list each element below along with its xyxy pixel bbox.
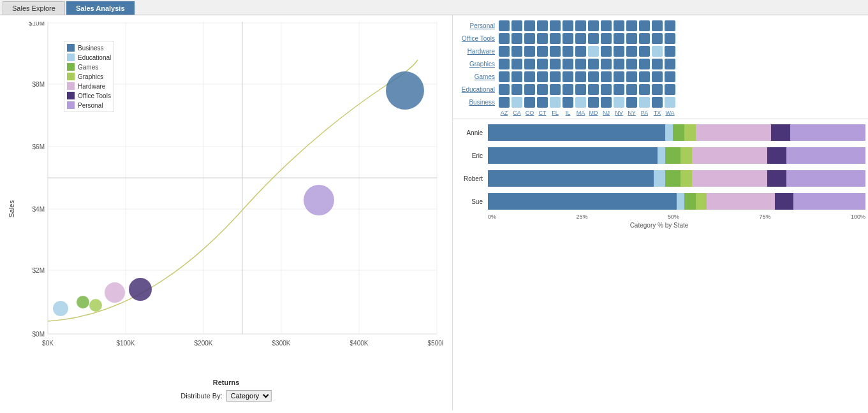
bar-row-sue: Sue	[453, 193, 865, 210]
bar-row-annie: Annie	[453, 124, 865, 141]
matrix-row-business: Business	[453, 97, 865, 108]
legend: Business Educational Games Graphics Hard…	[64, 41, 114, 112]
matrix-label-office-tools[interactable]: Office Tools	[453, 35, 499, 42]
main-content: Sales	[0, 15, 868, 410]
svg-text:$2M: $2M	[33, 267, 45, 274]
matrix-x-label-md[interactable]: MD	[588, 110, 599, 116]
scatter-panel: Sales	[0, 15, 453, 410]
matrix-x-label-pa[interactable]: PA	[639, 110, 650, 116]
legend-color-hardware	[67, 82, 75, 90]
matrix-label-business[interactable]: Business	[453, 99, 499, 106]
matrix-row-personal: Personal	[453, 20, 865, 31]
legend-item-office-tools: Office Tools	[67, 92, 111, 99]
matrix-label-educational[interactable]: Educational	[453, 86, 499, 93]
bar-x-axis: 0% 25% 50% 75% 100%	[453, 214, 865, 220]
legend-color-games	[67, 63, 75, 71]
matrix-x-label-ct[interactable]: CT	[537, 110, 548, 116]
matrix-x-label-nj[interactable]: NJ	[601, 110, 612, 116]
legend-color-graphics	[67, 73, 75, 80]
bar-charts-panel: Annie Eric	[453, 119, 868, 410]
svg-text:$6M: $6M	[33, 143, 45, 150]
svg-text:$500K: $500K	[428, 340, 443, 347]
svg-point-31	[304, 185, 334, 215]
legend-item-hardware: Hardware	[67, 82, 111, 90]
bar-row-eric: Eric	[453, 147, 865, 164]
svg-text:$0M: $0M	[33, 331, 45, 338]
matrix-row-office-tools: Office Tools	[453, 33, 865, 44]
legend-color-office-tools	[67, 92, 75, 99]
bar-eric	[488, 147, 865, 164]
distribute-by-select[interactable]: Category State Region	[226, 390, 272, 402]
matrix-x-label-ny[interactable]: NY	[626, 110, 637, 116]
bar-row-robert: Robert	[453, 170, 865, 187]
matrix-x-label-fl[interactable]: FL	[550, 110, 561, 116]
tab-bar: Sales Explore Sales Analysis	[0, 0, 868, 15]
svg-point-30	[129, 278, 152, 301]
matrix-label-hardware[interactable]: Hardware	[453, 48, 499, 55]
svg-text:$0K: $0K	[42, 340, 54, 347]
x-axis-label: Returns	[213, 379, 240, 386]
svg-point-28	[89, 299, 102, 312]
bar-label-sue: Sue	[453, 198, 488, 205]
bar-x-label-50: 50%	[668, 214, 679, 220]
bar-label-eric: Eric	[453, 152, 488, 159]
matrix-x-label-co[interactable]: CO	[524, 110, 535, 116]
matrix-x-labels: AZ CA CO CT FL IL MA MD NJ NV NY PA TX W…	[453, 110, 865, 116]
bar-sue	[488, 193, 865, 210]
matrix-x-label-ma[interactable]: MA	[575, 110, 586, 116]
matrix-row-games: Games	[453, 71, 865, 82]
matrix-row-graphics: Graphics	[453, 59, 865, 69]
app-container: Sales Explore Sales Analysis Sales	[0, 0, 868, 410]
matrix-x-label-il[interactable]: IL	[563, 110, 573, 116]
matrix-label-graphics[interactable]: Graphics	[453, 61, 499, 68]
legend-item-personal: Personal	[67, 101, 111, 109]
svg-text:$100K: $100K	[117, 340, 135, 347]
legend-item-graphics: Graphics	[67, 73, 111, 80]
svg-text:$4M: $4M	[33, 206, 45, 213]
bar-x-label-0: 0%	[488, 214, 496, 220]
matrix-x-label-wa[interactable]: WA	[665, 110, 675, 116]
bar-label-robert: Robert	[453, 175, 488, 182]
legend-color-educational	[67, 54, 75, 61]
legend-item-educational: Educational	[67, 54, 111, 61]
svg-point-26	[53, 301, 68, 316]
distribute-by-label: Distribute By:	[180, 392, 222, 400]
matrix-label-personal[interactable]: Personal	[453, 22, 499, 29]
tab-sales-explore[interactable]: Sales Explore	[3, 1, 65, 15]
svg-text:$10M: $10M	[29, 22, 45, 27]
tab-sales-analysis[interactable]: Sales Analysis	[66, 1, 135, 15]
legend-item-games: Games	[67, 63, 111, 71]
y-axis-label: Sales	[8, 200, 15, 218]
distribute-by-container: Distribute By: Category State Region	[180, 390, 271, 402]
matrix-x-label-nv[interactable]: NV	[614, 110, 624, 116]
bar-annie	[488, 124, 865, 141]
svg-point-27	[77, 296, 89, 308]
dot-matrix: Personal	[453, 15, 868, 119]
bar-x-label-75: 75%	[759, 214, 770, 220]
matrix-x-label-az[interactable]: AZ	[499, 110, 510, 116]
bar-robert	[488, 170, 865, 187]
svg-text:$400K: $400K	[350, 340, 369, 347]
bar-chart-title: Category % by State	[453, 222, 865, 229]
legend-color-personal	[67, 101, 75, 109]
svg-text:$200K: $200K	[195, 340, 213, 347]
svg-text:$300K: $300K	[272, 340, 291, 347]
legend-item-business: Business	[67, 44, 111, 52]
svg-point-32	[386, 71, 424, 110]
matrix-label-games[interactable]: Games	[453, 73, 499, 80]
matrix-row-hardware: Hardware	[453, 46, 865, 57]
matrix-row-educational: Educational	[453, 84, 865, 95]
bar-label-annie: Annie	[453, 129, 488, 136]
svg-point-29	[105, 282, 125, 303]
bar-x-label-100: 100%	[851, 214, 865, 220]
matrix-x-label-tx[interactable]: TX	[652, 110, 663, 116]
svg-text:$8M: $8M	[33, 81, 45, 88]
bar-x-label-25: 25%	[576, 214, 587, 220]
matrix-x-label-ca[interactable]: CA	[511, 110, 522, 116]
right-panel: Personal	[453, 15, 868, 410]
legend-color-business	[67, 44, 75, 52]
